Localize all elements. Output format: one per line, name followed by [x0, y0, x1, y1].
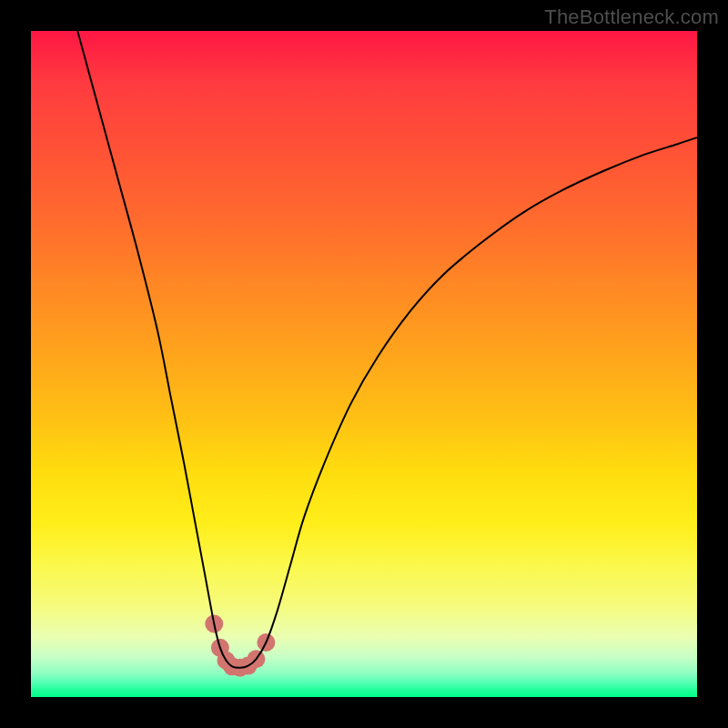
- watermark-text: TheBottleneck.com: [544, 5, 719, 29]
- plot-area: [31, 31, 697, 697]
- curve-svg: [31, 31, 697, 697]
- bottleneck-curve: [77, 31, 697, 668]
- chart-frame: TheBottleneck.com: [0, 0, 728, 728]
